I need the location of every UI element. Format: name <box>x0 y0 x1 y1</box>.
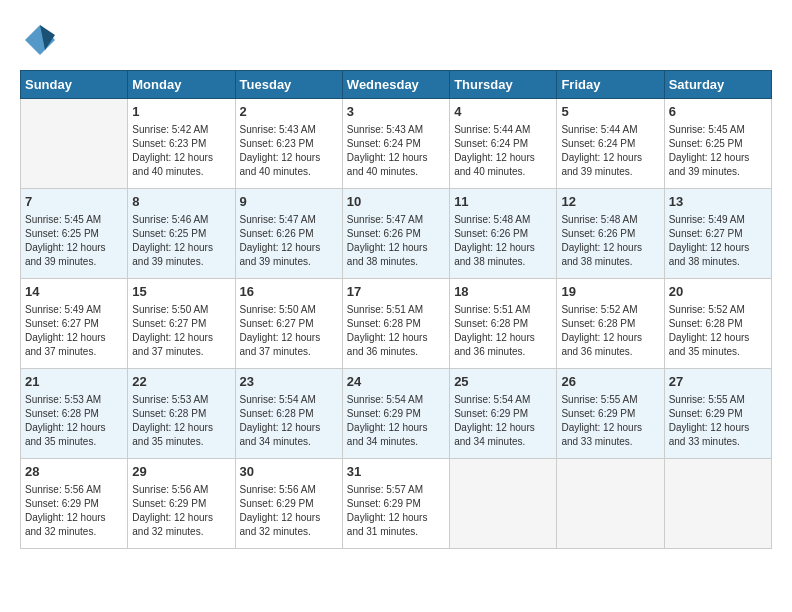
day-info: Sunrise: 5:56 AM Sunset: 6:29 PM Dayligh… <box>240 483 338 539</box>
day-info: Sunrise: 5:52 AM Sunset: 6:28 PM Dayligh… <box>669 303 767 359</box>
calendar-week-3: 14Sunrise: 5:49 AM Sunset: 6:27 PM Dayli… <box>21 279 772 369</box>
calendar-cell <box>664 459 771 549</box>
calendar-cell: 28Sunrise: 5:56 AM Sunset: 6:29 PM Dayli… <box>21 459 128 549</box>
day-number: 1 <box>132 103 230 121</box>
calendar-cell: 14Sunrise: 5:49 AM Sunset: 6:27 PM Dayli… <box>21 279 128 369</box>
day-number: 20 <box>669 283 767 301</box>
day-info: Sunrise: 5:54 AM Sunset: 6:29 PM Dayligh… <box>454 393 552 449</box>
day-number: 30 <box>240 463 338 481</box>
day-number: 27 <box>669 373 767 391</box>
day-info: Sunrise: 5:42 AM Sunset: 6:23 PM Dayligh… <box>132 123 230 179</box>
day-header-friday: Friday <box>557 71 664 99</box>
day-info: Sunrise: 5:54 AM Sunset: 6:28 PM Dayligh… <box>240 393 338 449</box>
day-info: Sunrise: 5:46 AM Sunset: 6:25 PM Dayligh… <box>132 213 230 269</box>
calendar-cell: 20Sunrise: 5:52 AM Sunset: 6:28 PM Dayli… <box>664 279 771 369</box>
day-info: Sunrise: 5:56 AM Sunset: 6:29 PM Dayligh… <box>25 483 123 539</box>
calendar-cell: 6Sunrise: 5:45 AM Sunset: 6:25 PM Daylig… <box>664 99 771 189</box>
day-info: Sunrise: 5:50 AM Sunset: 6:27 PM Dayligh… <box>240 303 338 359</box>
calendar-week-4: 21Sunrise: 5:53 AM Sunset: 6:28 PM Dayli… <box>21 369 772 459</box>
day-number: 28 <box>25 463 123 481</box>
day-info: Sunrise: 5:55 AM Sunset: 6:29 PM Dayligh… <box>669 393 767 449</box>
day-number: 9 <box>240 193 338 211</box>
calendar-cell: 22Sunrise: 5:53 AM Sunset: 6:28 PM Dayli… <box>128 369 235 459</box>
calendar-cell: 27Sunrise: 5:55 AM Sunset: 6:29 PM Dayli… <box>664 369 771 459</box>
day-info: Sunrise: 5:43 AM Sunset: 6:23 PM Dayligh… <box>240 123 338 179</box>
day-number: 11 <box>454 193 552 211</box>
day-info: Sunrise: 5:45 AM Sunset: 6:25 PM Dayligh… <box>25 213 123 269</box>
page-header <box>20 20 772 60</box>
day-header-sunday: Sunday <box>21 71 128 99</box>
day-number: 7 <box>25 193 123 211</box>
calendar-week-5: 28Sunrise: 5:56 AM Sunset: 6:29 PM Dayli… <box>21 459 772 549</box>
days-header-row: SundayMondayTuesdayWednesdayThursdayFrid… <box>21 71 772 99</box>
day-header-wednesday: Wednesday <box>342 71 449 99</box>
calendar-cell: 2Sunrise: 5:43 AM Sunset: 6:23 PM Daylig… <box>235 99 342 189</box>
calendar-cell: 24Sunrise: 5:54 AM Sunset: 6:29 PM Dayli… <box>342 369 449 459</box>
day-info: Sunrise: 5:43 AM Sunset: 6:24 PM Dayligh… <box>347 123 445 179</box>
day-info: Sunrise: 5:44 AM Sunset: 6:24 PM Dayligh… <box>561 123 659 179</box>
calendar-cell <box>21 99 128 189</box>
calendar-cell <box>557 459 664 549</box>
calendar-cell: 8Sunrise: 5:46 AM Sunset: 6:25 PM Daylig… <box>128 189 235 279</box>
day-number: 18 <box>454 283 552 301</box>
day-info: Sunrise: 5:47 AM Sunset: 6:26 PM Dayligh… <box>347 213 445 269</box>
calendar-cell: 25Sunrise: 5:54 AM Sunset: 6:29 PM Dayli… <box>450 369 557 459</box>
day-info: Sunrise: 5:53 AM Sunset: 6:28 PM Dayligh… <box>132 393 230 449</box>
calendar-cell: 31Sunrise: 5:57 AM Sunset: 6:29 PM Dayli… <box>342 459 449 549</box>
day-number: 15 <box>132 283 230 301</box>
logo-icon <box>20 20 60 60</box>
day-number: 16 <box>240 283 338 301</box>
day-number: 23 <box>240 373 338 391</box>
day-number: 24 <box>347 373 445 391</box>
day-info: Sunrise: 5:56 AM Sunset: 6:29 PM Dayligh… <box>132 483 230 539</box>
calendar-table: SundayMondayTuesdayWednesdayThursdayFrid… <box>20 70 772 549</box>
day-info: Sunrise: 5:57 AM Sunset: 6:29 PM Dayligh… <box>347 483 445 539</box>
day-number: 3 <box>347 103 445 121</box>
calendar-cell: 19Sunrise: 5:52 AM Sunset: 6:28 PM Dayli… <box>557 279 664 369</box>
calendar-cell: 17Sunrise: 5:51 AM Sunset: 6:28 PM Dayli… <box>342 279 449 369</box>
calendar-cell: 18Sunrise: 5:51 AM Sunset: 6:28 PM Dayli… <box>450 279 557 369</box>
calendar-cell: 30Sunrise: 5:56 AM Sunset: 6:29 PM Dayli… <box>235 459 342 549</box>
day-number: 19 <box>561 283 659 301</box>
day-info: Sunrise: 5:52 AM Sunset: 6:28 PM Dayligh… <box>561 303 659 359</box>
day-number: 13 <box>669 193 767 211</box>
day-number: 17 <box>347 283 445 301</box>
day-number: 21 <box>25 373 123 391</box>
day-number: 31 <box>347 463 445 481</box>
day-number: 2 <box>240 103 338 121</box>
calendar-cell: 1Sunrise: 5:42 AM Sunset: 6:23 PM Daylig… <box>128 99 235 189</box>
day-number: 8 <box>132 193 230 211</box>
day-number: 10 <box>347 193 445 211</box>
calendar-cell: 16Sunrise: 5:50 AM Sunset: 6:27 PM Dayli… <box>235 279 342 369</box>
calendar-cell: 29Sunrise: 5:56 AM Sunset: 6:29 PM Dayli… <box>128 459 235 549</box>
calendar-cell: 3Sunrise: 5:43 AM Sunset: 6:24 PM Daylig… <box>342 99 449 189</box>
day-number: 22 <box>132 373 230 391</box>
calendar-cell: 15Sunrise: 5:50 AM Sunset: 6:27 PM Dayli… <box>128 279 235 369</box>
day-info: Sunrise: 5:50 AM Sunset: 6:27 PM Dayligh… <box>132 303 230 359</box>
day-info: Sunrise: 5:51 AM Sunset: 6:28 PM Dayligh… <box>347 303 445 359</box>
calendar-cell: 21Sunrise: 5:53 AM Sunset: 6:28 PM Dayli… <box>21 369 128 459</box>
calendar-cell: 4Sunrise: 5:44 AM Sunset: 6:24 PM Daylig… <box>450 99 557 189</box>
calendar-cell: 13Sunrise: 5:49 AM Sunset: 6:27 PM Dayli… <box>664 189 771 279</box>
calendar-cell: 11Sunrise: 5:48 AM Sunset: 6:26 PM Dayli… <box>450 189 557 279</box>
day-info: Sunrise: 5:48 AM Sunset: 6:26 PM Dayligh… <box>454 213 552 269</box>
calendar-header: SundayMondayTuesdayWednesdayThursdayFrid… <box>21 71 772 99</box>
day-header-saturday: Saturday <box>664 71 771 99</box>
day-info: Sunrise: 5:53 AM Sunset: 6:28 PM Dayligh… <box>25 393 123 449</box>
calendar-cell: 26Sunrise: 5:55 AM Sunset: 6:29 PM Dayli… <box>557 369 664 459</box>
day-number: 12 <box>561 193 659 211</box>
day-number: 26 <box>561 373 659 391</box>
day-info: Sunrise: 5:51 AM Sunset: 6:28 PM Dayligh… <box>454 303 552 359</box>
day-info: Sunrise: 5:49 AM Sunset: 6:27 PM Dayligh… <box>25 303 123 359</box>
calendar-cell: 10Sunrise: 5:47 AM Sunset: 6:26 PM Dayli… <box>342 189 449 279</box>
day-info: Sunrise: 5:47 AM Sunset: 6:26 PM Dayligh… <box>240 213 338 269</box>
day-info: Sunrise: 5:44 AM Sunset: 6:24 PM Dayligh… <box>454 123 552 179</box>
day-info: Sunrise: 5:55 AM Sunset: 6:29 PM Dayligh… <box>561 393 659 449</box>
day-info: Sunrise: 5:54 AM Sunset: 6:29 PM Dayligh… <box>347 393 445 449</box>
day-number: 6 <box>669 103 767 121</box>
calendar-week-2: 7Sunrise: 5:45 AM Sunset: 6:25 PM Daylig… <box>21 189 772 279</box>
day-info: Sunrise: 5:45 AM Sunset: 6:25 PM Dayligh… <box>669 123 767 179</box>
calendar-cell: 23Sunrise: 5:54 AM Sunset: 6:28 PM Dayli… <box>235 369 342 459</box>
calendar-body: 1Sunrise: 5:42 AM Sunset: 6:23 PM Daylig… <box>21 99 772 549</box>
day-number: 25 <box>454 373 552 391</box>
